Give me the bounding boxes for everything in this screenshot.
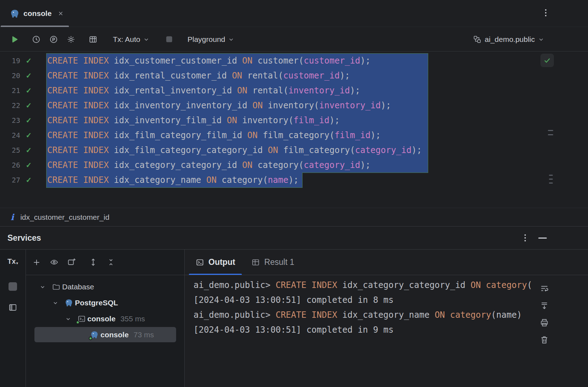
minimize-icon[interactable] [538, 238, 547, 239]
context-info-bar: i idx_customer_customer_id [0, 208, 588, 226]
execution-time: 355 ms [120, 315, 145, 323]
chevron-down-icon [538, 36, 544, 43]
tab-label: Result 1 [264, 257, 294, 267]
code-line-20[interactable]: 20✓CREATE INDEX idx_rental_customer_id O… [0, 68, 588, 83]
statement-success-icon: ✓ [24, 98, 33, 113]
print-icon[interactable] [540, 318, 549, 327]
soft-wrap-icon[interactable] [540, 284, 549, 293]
open-new-console-icon[interactable] [66, 257, 77, 268]
settings-gear-icon[interactable] [65, 34, 77, 45]
console-output-panel: Output Result 1 ai_demo.public> CREATE I… [185, 250, 588, 387]
trash-icon[interactable] [540, 335, 549, 344]
stop-button[interactable] [163, 34, 175, 45]
scrollbar-mark [549, 182, 553, 184]
tx-mode-dropdown[interactable]: Tx: Auto [113, 27, 149, 51]
statement-success-icon: ✓ [24, 143, 33, 158]
tab-title: console [23, 9, 51, 18]
postgresql-icon [65, 299, 73, 307]
code-line-21[interactable]: 21✓CREATE INDEX idx_rental_inventory_id … [0, 83, 588, 98]
chevron-down-icon[interactable] [52, 299, 59, 306]
tree-item-label: console [87, 315, 115, 323]
session-dropdown[interactable]: Playground [187, 27, 234, 51]
services-title: Services [7, 227, 41, 249]
datagrip-window: console Tx: Auto Play [0, 0, 588, 387]
output-line: ai_demo.public> CREATE INDEX idx_categor… [194, 307, 532, 322]
tab-label: Output [208, 257, 235, 267]
add-icon[interactable] [31, 257, 42, 268]
code-line-23[interactable]: 23✓CREATE INDEX idx_inventory_film_id ON… [0, 113, 588, 128]
code-line-25[interactable]: 25✓CREATE INDEX idx_film_category_catego… [0, 143, 588, 158]
services-side-strip: Tx▾ [0, 250, 26, 387]
code-text: CREATE INDEX idx_film_category_category_… [47, 143, 422, 158]
scroll-to-end-icon[interactable] [540, 301, 549, 310]
panel-options-icon[interactable] [522, 234, 528, 241]
info-icon: i [11, 212, 14, 222]
more-options-icon[interactable] [543, 9, 549, 16]
terminal-icon [196, 258, 204, 267]
context-element-name: idx_customer_customer_id [20, 213, 109, 222]
layout-icon[interactable] [0, 303, 26, 312]
session-label: Playground [187, 35, 225, 44]
tab-result-1[interactable]: Result 1 [243, 250, 302, 275]
chevron-down-icon[interactable] [39, 283, 46, 290]
tree-item-console[interactable]: console 355 ms [26, 311, 184, 327]
tab-console[interactable]: console [0, 0, 70, 27]
chevron-down-icon[interactable] [65, 315, 72, 322]
line-number: 23 [0, 113, 20, 128]
code-line-24[interactable]: 24✓CREATE INDEX idx_film_category_film_i… [0, 128, 588, 143]
postgresql-icon [90, 331, 99, 339]
table-view-icon[interactable] [87, 34, 99, 45]
close-icon[interactable] [58, 10, 64, 17]
code-text: CREATE INDEX idx_inventory_inventory_id … [47, 98, 391, 113]
schema-switcher[interactable]: ai_demo.public [473, 27, 544, 51]
line-number: 25 [0, 143, 20, 158]
statement-success-icon: ✓ [24, 83, 33, 98]
tree-item-postgresql[interactable]: PostgreSQL [26, 295, 184, 311]
output-line: [2024-04-03 13:00:51] completed in 8 ms [194, 293, 532, 307]
statement-success-icon: ✓ [24, 158, 33, 173]
code-text: CREATE INDEX idx_customer_customer_id ON… [47, 53, 370, 68]
tree-item-label: console [100, 331, 129, 339]
line-number: 20 [0, 68, 20, 83]
run-button[interactable] [9, 34, 20, 45]
scrollbar-mark [549, 179, 553, 180]
code-line-19[interactable]: 19✓CREATE INDEX idx_customer_customer_id… [0, 53, 588, 68]
tree-item-label: PostgreSQL [75, 299, 118, 307]
parameters-icon[interactable] [48, 34, 59, 45]
folder-icon [52, 283, 60, 291]
tx-toggle-label: Tx [7, 257, 16, 266]
expand-all-icon[interactable] [88, 257, 98, 268]
output-line: ai_demo.public> CREATE INDEX idx_categor… [194, 278, 532, 293]
code-text: CREATE INDEX idx_rental_customer_id ON r… [47, 68, 350, 83]
services-panel: Tx▾ [0, 250, 588, 387]
services-panel-header: Services [0, 226, 588, 250]
code-line-26[interactable]: 26✓CREATE INDEX idx_category_category_id… [0, 158, 588, 173]
editor-tab-bar: console [0, 0, 588, 27]
tree-item-database[interactable]: Database [26, 279, 184, 295]
statement-success-icon: ✓ [24, 68, 33, 83]
collapse-all-icon[interactable] [105, 257, 116, 268]
stop-indicator-button[interactable] [9, 282, 17, 291]
tab-output[interactable]: Output [187, 250, 243, 275]
tree-item-console-session[interactable]: console 73 ms [26, 327, 184, 343]
line-number: 21 [0, 83, 20, 98]
console-toolbar: Tx: Auto Playground ai_demo.public [0, 27, 588, 51]
line-number: 24 [0, 128, 20, 143]
show-options-eye-icon[interactable] [49, 257, 59, 268]
line-number: 19 [0, 53, 20, 68]
postgresql-icon [10, 9, 20, 18]
chevron-down-icon: ▾ [16, 261, 18, 266]
tx-toggle-button[interactable]: Tx▾ [0, 257, 26, 266]
code-line-27[interactable]: 27✓CREATE INDEX idx_category_name ON cat… [0, 173, 588, 187]
history-clock-icon[interactable] [31, 34, 42, 45]
statement-success-icon: ✓ [24, 113, 33, 128]
table-icon [251, 258, 260, 267]
scrollbar-mark [548, 134, 553, 135]
inspections-ok-icon[interactable] [540, 54, 554, 67]
code-text: CREATE INDEX idx_film_category_film_id O… [47, 128, 381, 143]
line-number: 26 [0, 158, 20, 173]
sql-editor[interactable]: 19✓CREATE INDEX idx_customer_customer_id… [0, 51, 588, 208]
statement-success-icon: ✓ [24, 173, 33, 187]
code-line-22[interactable]: 22✓CREATE INDEX idx_inventory_inventory_… [0, 98, 588, 113]
statement-success-icon: ✓ [24, 128, 33, 143]
